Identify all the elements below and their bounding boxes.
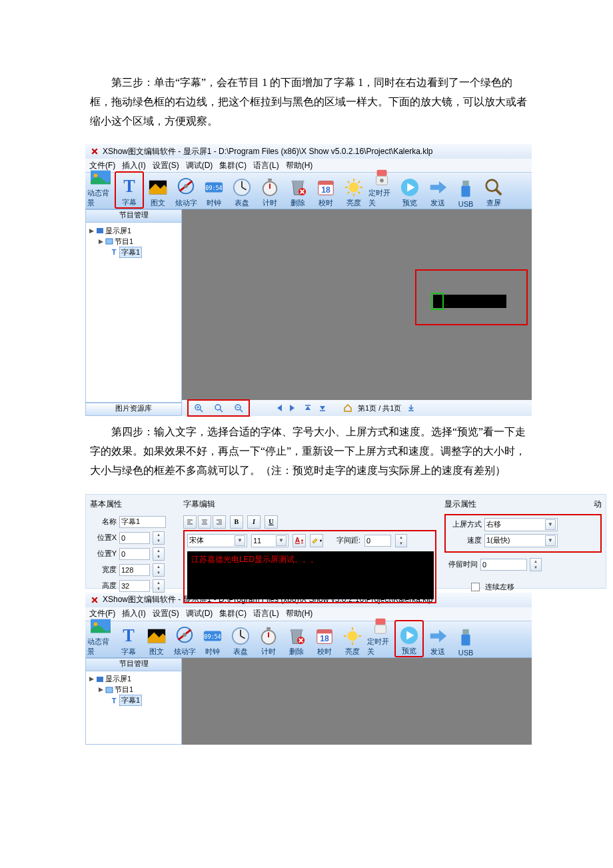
- btn-usb2[interactable]: USB: [452, 621, 480, 657]
- home-icon[interactable]: [343, 403, 352, 413]
- btn-clock2[interactable]: 09:54时钟: [199, 621, 227, 657]
- underline-btn[interactable]: U: [265, 515, 278, 529]
- btn-bright2[interactable]: 亮度: [338, 621, 366, 657]
- svg-point-27: [380, 179, 384, 183]
- svg-point-61: [183, 633, 187, 637]
- btn-dial2[interactable]: 表盘: [227, 621, 255, 657]
- screenshot-2: XShow图文编辑软件 - 显示屏1 - D:\Program Files (x…: [85, 593, 532, 745]
- btn-del2[interactable]: 删除: [283, 621, 310, 657]
- last-icon[interactable]: [289, 403, 298, 413]
- btn-timer2[interactable]: 计时: [255, 621, 283, 657]
- btn-subtitle2[interactable]: T字幕: [115, 621, 143, 657]
- btn-switch[interactable]: 定时开关: [368, 173, 396, 209]
- name-input[interactable]: [119, 516, 166, 528]
- btn-find[interactable]: 查屏: [480, 173, 508, 209]
- btn-pic[interactable]: 图文: [144, 173, 172, 209]
- first-icon[interactable]: [274, 403, 283, 413]
- tree-n3[interactable]: 字幕1: [119, 247, 142, 258]
- gap-spin[interactable]: ▲▼: [395, 534, 407, 547]
- edit-hdr: 字幕编辑: [183, 499, 436, 510]
- stay-input[interactable]: [480, 559, 527, 571]
- bold-btn[interactable]: B: [230, 515, 243, 529]
- btn-bg[interactable]: 动态背景: [87, 173, 115, 209]
- btn-pic2[interactable]: 图文: [143, 621, 171, 657]
- btn-dial[interactable]: 表盘: [228, 173, 256, 209]
- align-left[interactable]: [183, 515, 197, 529]
- menu-set2[interactable]: 设置(S): [153, 608, 179, 619]
- menu-group2[interactable]: 集群(C): [219, 608, 247, 619]
- btn-clock[interactable]: 09:54时钟: [200, 173, 228, 209]
- x-spin[interactable]: ▲▼: [153, 531, 165, 545]
- btn-usb[interactable]: USB: [452, 173, 480, 209]
- disp-col: 显示属性动 上屏方式右移▼ 速度1(最快)▼ 停留时间▲▼ 连续左移: [440, 495, 606, 588]
- tree-panel2: 节目管理 显示屏1 节目1 T字幕1: [85, 658, 182, 745]
- menu-set[interactable]: 设置(S): [153, 160, 179, 171]
- btn-send[interactable]: 发送: [424, 173, 452, 209]
- italic-btn[interactable]: I: [247, 515, 261, 529]
- menubar2[interactable]: 文件(F) 插入(I) 设置(S) 调试(D) 集群(C) 语言(L) 帮助(H…: [85, 607, 532, 621]
- svg-rect-34: [106, 239, 113, 244]
- tree2-n2[interactable]: 节目1: [115, 685, 133, 695]
- btn-fx2[interactable]: 炫动字: [171, 621, 199, 657]
- stay-spin[interactable]: ▲▼: [530, 558, 542, 571]
- tree-body[interactable]: 显示屏1 节目1 T字幕1: [85, 223, 182, 403]
- menu-lang2[interactable]: 语言(L): [253, 608, 279, 619]
- green-region[interactable]: [431, 293, 444, 310]
- cont-check[interactable]: [471, 583, 480, 591]
- btn-fx[interactable]: 炫动字: [172, 173, 200, 209]
- menu-group[interactable]: 集群(C): [219, 160, 247, 171]
- tree-body2[interactable]: 显示屏1 节目1 T字幕1: [85, 671, 182, 745]
- btn-timer[interactable]: 计时: [256, 173, 284, 209]
- canvas2[interactable]: [182, 658, 532, 745]
- color-btn[interactable]: A▾: [293, 534, 306, 547]
- btn-send2[interactable]: 发送: [424, 621, 452, 657]
- menubar[interactable]: 文件(F) 插入(I) 设置(S) 调试(D) 集群(C) 语言(L) 帮助(H…: [85, 159, 532, 172]
- tree-n1[interactable]: 显示屏1: [105, 226, 131, 236]
- btn-preview2[interactable]: 预览: [394, 620, 424, 657]
- zoom-fit-icon[interactable]: [214, 403, 223, 413]
- h-input[interactable]: [119, 580, 150, 592]
- btn-del[interactable]: 删除: [284, 173, 312, 209]
- x-input[interactable]: [119, 532, 150, 544]
- align-center[interactable]: [198, 515, 211, 529]
- btn-bright[interactable]: 亮度: [340, 173, 368, 209]
- export-icon[interactable]: [406, 403, 416, 413]
- menu-debug[interactable]: 调试(D): [186, 160, 213, 171]
- zoom-in-icon[interactable]: [194, 403, 203, 413]
- btn-bg2[interactable]: 动态背景: [87, 621, 115, 657]
- canvas[interactable]: 第1页 / 共1页: [182, 209, 532, 416]
- w-spin[interactable]: ▲▼: [153, 563, 165, 577]
- up-icon[interactable]: [303, 403, 312, 413]
- menu-help[interactable]: 帮助(H): [286, 160, 313, 171]
- menu-insert2[interactable]: 插入(I): [122, 608, 145, 619]
- btn-preview[interactable]: 预览: [396, 173, 424, 209]
- tree-n2[interactable]: 节目1: [115, 237, 133, 247]
- w-input[interactable]: [119, 564, 150, 576]
- text-editor[interactable]: 江苏嘉德光电LED显示屏测试。。。: [187, 551, 434, 599]
- down-icon[interactable]: [318, 403, 327, 413]
- svg-point-1: [94, 174, 98, 178]
- btn-switch2[interactable]: 定时开关: [366, 621, 394, 657]
- gap-input[interactable]: [364, 535, 391, 547]
- menu-debug2[interactable]: 调试(D): [186, 608, 213, 619]
- font-select[interactable]: 宋体▼: [187, 534, 247, 547]
- tree2-n3[interactable]: 字幕1: [119, 695, 142, 706]
- menu-lang[interactable]: 语言(L): [253, 160, 279, 171]
- btn-subtitle[interactable]: T字幕: [115, 171, 144, 209]
- mode-select[interactable]: 右移▼: [484, 518, 558, 531]
- lib-header[interactable]: 图片资源库: [85, 403, 182, 416]
- btn-cal2[interactable]: 18校时: [310, 621, 338, 657]
- y-input[interactable]: [119, 548, 150, 560]
- align-right[interactable]: [213, 515, 226, 529]
- menu-help2[interactable]: 帮助(H): [286, 608, 313, 619]
- btn-cal[interactable]: 18校时: [312, 173, 340, 209]
- bg-color-btn[interactable]: ▾: [310, 534, 323, 547]
- menu-insert[interactable]: 插入(I): [122, 160, 145, 171]
- zoom-out-icon[interactable]: [234, 403, 243, 413]
- y-spin[interactable]: ▲▼: [153, 547, 165, 561]
- paragraph-step4: 第四步：输入文字，选择合适的字体、字号大小、上屏方式和速度。选择“预览”看一下走…: [90, 423, 533, 480]
- tree2-n1[interactable]: 显示屏1: [105, 674, 131, 684]
- size-select[interactable]: 11▼: [251, 534, 289, 547]
- h-spin[interactable]: ▲▼: [153, 579, 165, 593]
- speed-select[interactable]: 1(最快)▼: [484, 534, 558, 547]
